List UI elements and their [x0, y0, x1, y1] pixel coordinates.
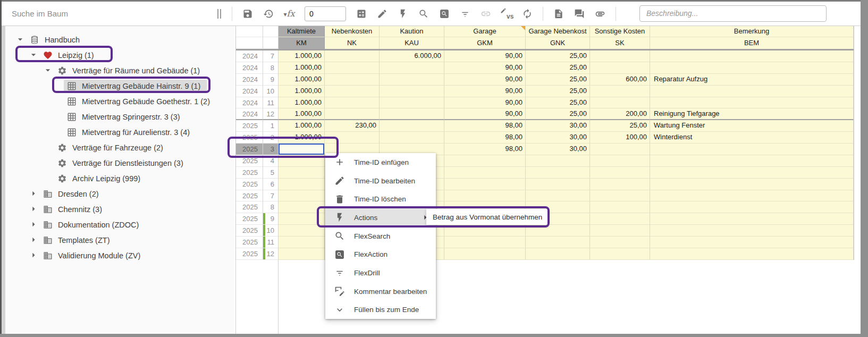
- grid-cell[interactable]: 90,00: [444, 74, 526, 86]
- caret-right-icon[interactable]: [28, 188, 39, 200]
- grid-cell[interactable]: 1.000,00: [279, 62, 325, 74]
- row-month[interactable]: 5: [263, 167, 279, 179]
- column-code-sk[interactable]: SK: [590, 37, 650, 49]
- grid-cell[interactable]: [444, 155, 526, 167]
- grid-cell[interactable]: [650, 248, 854, 260]
- menu-item-flexsearch[interactable]: FlexSearch: [325, 227, 436, 246]
- grid-cell[interactable]: [325, 132, 380, 144]
- grid-cell[interactable]: [325, 86, 380, 97]
- grid-cell[interactable]: 30,00: [526, 120, 590, 132]
- column-header-gnk[interactable]: Garage Nebenkost: [526, 26, 590, 37]
- caret-right-icon[interactable]: [28, 250, 39, 262]
- tree-item-validierung-module-zv[interactable]: Validierung Module (ZV): [29, 248, 147, 263]
- row-year[interactable]: 2024: [236, 86, 263, 97]
- grid-cell[interactable]: [590, 201, 650, 213]
- row-month[interactable]: 9: [263, 213, 279, 225]
- grid-cell[interactable]: 1.000,00: [279, 86, 325, 97]
- grid-cell[interactable]: 90,00: [444, 97, 526, 109]
- tree-item-templates-zt[interactable]: Templates (ZT): [29, 233, 116, 248]
- row-month[interactable]: 2: [263, 132, 279, 144]
- grid-cell[interactable]: [279, 237, 325, 248]
- row-year[interactable]: 2024: [236, 50, 263, 62]
- menu-item-flexaction[interactable]: FlexAction: [325, 245, 436, 264]
- context-submenu-item[interactable]: Betrag aus Vormonat übernehmen: [426, 209, 547, 225]
- grid-cell[interactable]: 1.000,00: [279, 132, 325, 144]
- grid-cell[interactable]: 1.000,00: [279, 120, 325, 132]
- tree-scrollbar[interactable]: [2, 26, 5, 334]
- grid-cell[interactable]: 1.000,00: [279, 97, 325, 109]
- formula-button[interactable]: ▾fx: [284, 9, 294, 19]
- grid-cell[interactable]: 25,00: [526, 62, 590, 74]
- tree-item-mietvertrag-geb-ude-hainstr-9-1[interactable]: Mietvertrag Gebäude Hainstr. 9 (1): [67, 79, 207, 94]
- grid-cell[interactable]: 1.000,00: [279, 108, 325, 120]
- grid-cell[interactable]: 200,00: [590, 108, 650, 120]
- row-month[interactable]: 10: [263, 225, 279, 237]
- link-button[interactable]: [481, 9, 491, 19]
- column-code-kau[interactable]: KAU: [380, 37, 444, 49]
- row-year[interactable]: 2025: [236, 213, 263, 225]
- grid-cell[interactable]: [325, 50, 380, 62]
- column-header-gkm[interactable]: Garage: [444, 26, 526, 37]
- grid-cell[interactable]: [650, 225, 854, 237]
- column-header-sk[interactable]: Sonstige Kosten: [590, 26, 650, 37]
- grid-cell[interactable]: [590, 50, 650, 62]
- grid-cell[interactable]: [444, 167, 526, 179]
- grid-cell[interactable]: [444, 190, 526, 202]
- row-month[interactable]: 12: [263, 108, 279, 120]
- grid-cell[interactable]: [590, 86, 650, 97]
- row-year[interactable]: 2025: [236, 144, 263, 155]
- row-month[interactable]: 10: [263, 86, 279, 97]
- row-year[interactable]: 2025: [236, 179, 263, 190]
- grid-cell[interactable]: [279, 190, 325, 202]
- tree-item-vertr-ge-f-r-dienstleistungen-3[interactable]: Verträge für Dienstleistungen (3): [43, 156, 190, 171]
- grid-cell[interactable]: 25,00: [526, 108, 590, 120]
- flex-drill-button[interactable]: [460, 9, 470, 19]
- column-header-bem[interactable]: Bemerkung: [650, 26, 854, 37]
- grid-cell[interactable]: 25,00: [590, 120, 650, 132]
- caret-right-icon[interactable]: [28, 204, 39, 216]
- grid-cell[interactable]: [650, 155, 854, 167]
- grid-cell[interactable]: [279, 201, 325, 213]
- grid-cell[interactable]: [526, 248, 590, 260]
- grid-cell[interactable]: Winterdienst: [650, 132, 854, 144]
- row-month[interactable]: 3: [263, 144, 279, 155]
- caret-down-icon[interactable]: [15, 34, 26, 46]
- row-year[interactable]: 2025: [236, 190, 263, 202]
- history-button[interactable]: [263, 9, 274, 19]
- grid-cell[interactable]: [380, 120, 444, 132]
- grid-cell[interactable]: [279, 225, 325, 237]
- attachment-button[interactable]: [595, 9, 605, 19]
- tree-item-handbuch[interactable]: Handbuch: [15, 32, 86, 47]
- grid-cell[interactable]: 25,00: [526, 50, 590, 62]
- grid-cell[interactable]: [325, 74, 380, 86]
- grid-cell[interactable]: 230,00: [325, 120, 380, 132]
- grid-cell[interactable]: 25,00: [526, 97, 590, 109]
- row-year[interactable]: 2025: [236, 167, 263, 179]
- grid-cell[interactable]: [590, 190, 650, 202]
- tree-item-mietvertrag-springerstr-3-3[interactable]: Mietvertrag Springerstr. 3 (3): [67, 109, 187, 124]
- grid-cell[interactable]: [526, 190, 590, 202]
- grid-cell[interactable]: 30,00: [526, 132, 590, 144]
- actions-button[interactable]: [398, 9, 408, 19]
- grid-cell[interactable]: [650, 50, 854, 62]
- tree-item-vertr-ge-f-r-fahrzeuge-2[interactable]: Verträge für Fahrzeuge (2): [43, 140, 170, 155]
- row-year[interactable]: 2025: [236, 237, 263, 248]
- column-header-km[interactable]: Kaltmiete: [279, 26, 325, 37]
- row-month[interactable]: 8: [263, 201, 279, 213]
- tree-item-dokumentation-zdoc[interactable]: Dokumentation (ZDOC): [29, 217, 145, 232]
- grid-cell[interactable]: 90,00: [444, 108, 526, 120]
- grid-cell[interactable]: 6.000,00: [380, 50, 444, 62]
- grid-cell[interactable]: Wartung Fenster: [650, 120, 854, 132]
- grid-cell[interactable]: [590, 155, 650, 167]
- grid-cell[interactable]: [380, 108, 444, 120]
- column-code-km[interactable]: KM: [279, 37, 325, 49]
- row-year[interactable]: 2025: [236, 225, 263, 237]
- grid-cell[interactable]: [590, 179, 650, 190]
- row-year[interactable]: 2024: [236, 74, 263, 86]
- grid-cell[interactable]: [279, 155, 325, 167]
- row-month[interactable]: 12: [263, 248, 279, 260]
- row-month[interactable]: 4: [263, 155, 279, 167]
- value-input[interactable]: 0: [305, 6, 346, 21]
- column-code-gnk[interactable]: GNK: [526, 37, 590, 49]
- grid-cell[interactable]: Reinigung Tiefgarage: [650, 108, 854, 120]
